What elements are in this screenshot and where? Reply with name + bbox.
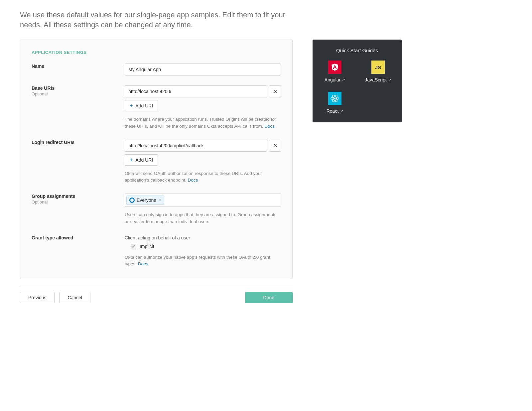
group-assignments-help: Users can only sign in to apps that they… (125, 211, 281, 225)
base-uri-input-0[interactable] (125, 85, 267, 97)
base-uris-label: Base URIs (32, 85, 125, 91)
guide-angular[interactable]: Angular ↗ (320, 61, 350, 82)
guide-javascript[interactable]: JS JavaScript ↗ (363, 61, 393, 82)
login-redirect-docs-link[interactable]: Docs (188, 178, 198, 183)
grant-type-help: Okta can authorize your native app's req… (125, 254, 281, 268)
base-uris-row: Base URIs Optional ✕ + Add URI (32, 85, 281, 130)
guide-label: JavaScript (365, 77, 386, 82)
angular-icon (328, 61, 341, 74)
checkbox-icon (131, 244, 136, 249)
base-uris-help: The domains where your application runs.… (125, 116, 281, 130)
done-button[interactable]: Done (245, 292, 293, 303)
grant-type-label: Grant type allowed (32, 235, 125, 240)
base-uris-docs-link[interactable]: Docs (264, 124, 275, 129)
external-link-icon: ↗ (340, 109, 343, 113)
login-redirect-remove-0[interactable]: ✕ (269, 140, 281, 152)
base-uris-sublabel: Optional (32, 91, 125, 96)
login-redirect-input-0[interactable] (125, 140, 267, 152)
quick-start-sidebar: Quick Start Guides Angular ↗ JS JavaScri… (313, 40, 402, 122)
external-link-icon: ↗ (388, 77, 391, 82)
name-label: Name (32, 64, 125, 69)
login-redirect-label: Login redirect URIs (32, 140, 125, 145)
chip-remove-icon[interactable]: × (159, 198, 161, 203)
javascript-icon: JS (371, 61, 385, 74)
base-uri-add-label: Add URI (135, 103, 153, 108)
base-uri-add-button[interactable]: + Add URI (125, 100, 158, 111)
grant-option-implicit: Implicit (131, 244, 281, 249)
previous-button[interactable]: Previous (20, 292, 55, 303)
cancel-button[interactable]: Cancel (59, 292, 90, 303)
guide-label: React (327, 108, 339, 114)
group-assignments-row: Group assignments Optional Everyone × U (32, 194, 281, 225)
login-redirect-row: Login redirect URIs ✕ + Add URI Okta w (32, 140, 281, 184)
guide-label: Angular (325, 77, 340, 82)
login-redirect-add-button[interactable]: + Add URI (125, 154, 158, 166)
base-uri-remove-0[interactable]: ✕ (269, 85, 281, 97)
grant-type-row: Grant type allowed Client acting on beha… (32, 235, 281, 268)
external-link-icon: ↗ (342, 77, 345, 82)
group-assignments-label: Group assignments (32, 194, 125, 199)
group-assignments-sublabel: Optional (32, 200, 125, 205)
close-icon: ✕ (273, 88, 277, 95)
svg-point-1 (334, 98, 336, 99)
group-chip-label: Everyone (137, 198, 156, 203)
sidebar-title: Quick Start Guides (320, 48, 394, 53)
settings-panel: APPLICATION SETTINGS Name Base URIs Opti… (20, 40, 293, 279)
guide-react[interactable]: React ↗ (320, 92, 350, 114)
login-redirect-add-label: Add URI (135, 157, 153, 163)
grant-type-docs-link[interactable]: Docs (138, 261, 148, 266)
footer-bar: Previous Cancel Done (20, 286, 293, 303)
react-icon (328, 92, 341, 105)
group-icon (129, 198, 135, 203)
login-redirect-help: Okta will send OAuth authorization respo… (125, 170, 281, 184)
group-assignments-input[interactable]: Everyone × (125, 194, 281, 207)
svg-point-0 (130, 198, 134, 203)
name-row: Name (32, 64, 281, 75)
group-chip-everyone[interactable]: Everyone × (126, 196, 164, 205)
section-title: APPLICATION SETTINGS (32, 50, 281, 55)
grant-option-label: Implicit (140, 244, 154, 249)
page-intro: We use these default values for our sing… (20, 10, 293, 30)
name-input[interactable] (125, 64, 281, 75)
close-icon: ✕ (273, 142, 277, 149)
plus-icon: + (130, 157, 133, 163)
grant-type-heading: Client acting on behalf of a user (125, 235, 281, 240)
plus-icon: + (130, 103, 133, 109)
